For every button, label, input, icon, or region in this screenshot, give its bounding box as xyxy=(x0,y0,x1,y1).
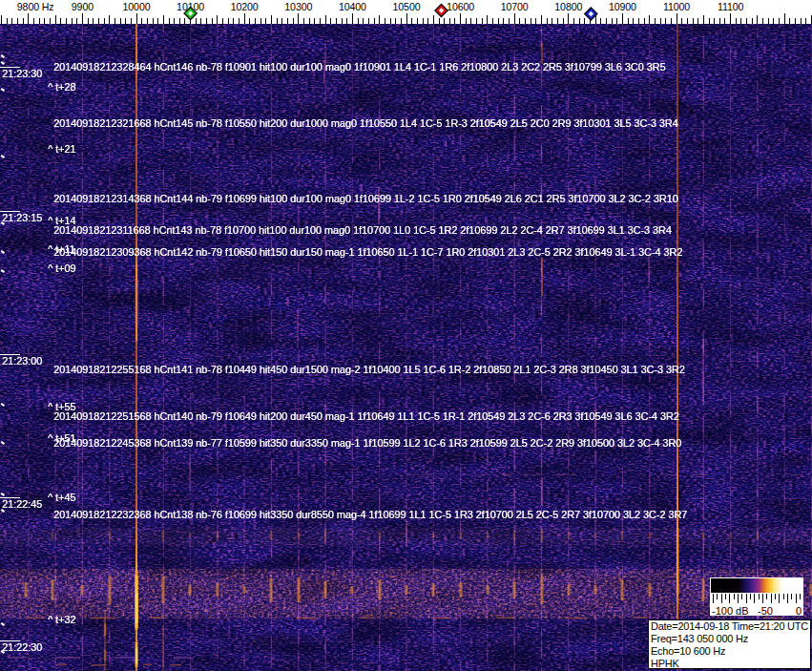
svg-text:10900: 10900 xyxy=(609,1,636,12)
svg-text:11000: 11000 xyxy=(663,1,690,12)
svg-text:10500: 10500 xyxy=(393,1,421,12)
svg-text:10000: 10000 xyxy=(123,1,151,12)
svg-text:-100 dB: -100 dB xyxy=(712,605,749,616)
svg-text:-50: -50 xyxy=(758,605,773,616)
svg-text:11100: 11100 xyxy=(718,1,744,12)
svg-text:9900: 9900 xyxy=(72,1,94,12)
svg-text:10700: 10700 xyxy=(501,1,529,12)
svg-text:0: 0 xyxy=(796,605,802,616)
svg-text:10200: 10200 xyxy=(231,1,259,12)
svg-text:10400: 10400 xyxy=(339,1,366,12)
svg-text:10600: 10600 xyxy=(447,1,474,12)
svg-text:10300: 10300 xyxy=(284,1,312,12)
svg-text:10800: 10800 xyxy=(554,1,582,12)
svg-text:9800 Hz: 9800 Hz xyxy=(17,1,54,12)
